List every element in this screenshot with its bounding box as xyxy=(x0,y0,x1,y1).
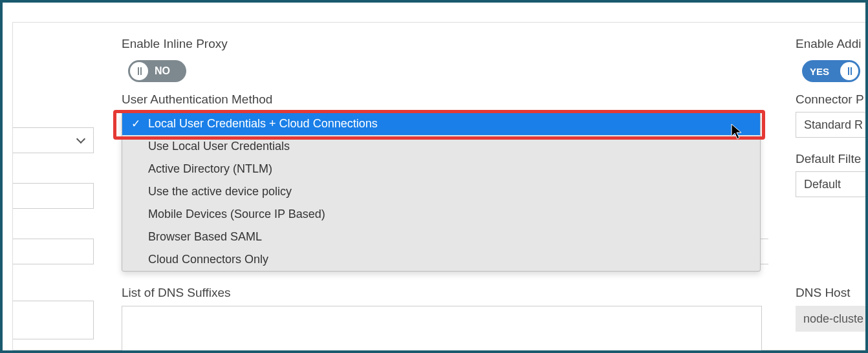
inline-proxy-toggle[interactable]: NO xyxy=(128,60,186,82)
left-partial-input-2[interactable] xyxy=(13,183,94,209)
dns-host-input[interactable]: node-cluste xyxy=(796,306,868,332)
auth-option-browser-saml[interactable]: Browser Based SAML xyxy=(122,226,760,248)
toggle-knob-icon xyxy=(130,62,148,80)
toggle-yes-text: YES xyxy=(810,66,829,77)
config-panel-frame: Enable Inline Proxy NO User Authenticati… xyxy=(0,0,868,353)
enable-additional-label: Enable Addi xyxy=(796,37,861,51)
left-partial-input-4[interactable] xyxy=(13,301,94,339)
toggle-knob-icon xyxy=(840,62,858,80)
left-partial-select[interactable] xyxy=(13,127,94,153)
auth-method-dropdown[interactable]: Local User Credentials + Cloud Connectio… xyxy=(122,112,761,272)
inline-proxy-label: Enable Inline Proxy xyxy=(122,37,228,51)
chevron-down-icon xyxy=(76,134,85,144)
toggle-no-text: NO xyxy=(155,65,170,77)
auth-method-label: User Authentication Method xyxy=(122,92,272,107)
left-partial-input-3[interactable] xyxy=(13,239,94,264)
dns-suffixes-label: List of DNS Suffixes xyxy=(122,286,231,300)
auth-option-mobile-devices[interactable]: Mobile Devices (Source IP Based) xyxy=(122,203,760,226)
enable-additional-toggle[interactable]: YES xyxy=(802,60,860,82)
connector-value: Standard R xyxy=(804,118,863,132)
auth-option-local-cloud[interactable]: Local User Credentials + Cloud Connectio… xyxy=(122,112,760,135)
dns-host-value: node-cluste xyxy=(803,312,863,326)
default-filter-value: Default xyxy=(804,178,841,191)
default-filter-select[interactable]: Default xyxy=(796,171,868,197)
auth-option-cloud-connectors[interactable]: Cloud Connectors Only xyxy=(122,248,760,271)
auth-option-local[interactable]: Use Local User Credentials xyxy=(122,135,760,158)
dns-suffixes-textarea[interactable] xyxy=(122,306,762,353)
default-filter-label: Default Filte xyxy=(796,152,861,166)
auth-option-active-device-policy[interactable]: Use the active device policy xyxy=(122,180,760,203)
connector-select[interactable]: Standard R xyxy=(796,112,868,138)
dns-host-label: DNS Host xyxy=(796,286,850,300)
auth-option-ad-ntlm[interactable]: Active Directory (NTLM) xyxy=(122,158,760,180)
connector-label: Connector P xyxy=(796,92,864,107)
config-panel: Enable Inline Proxy NO User Authenticati… xyxy=(12,22,865,350)
